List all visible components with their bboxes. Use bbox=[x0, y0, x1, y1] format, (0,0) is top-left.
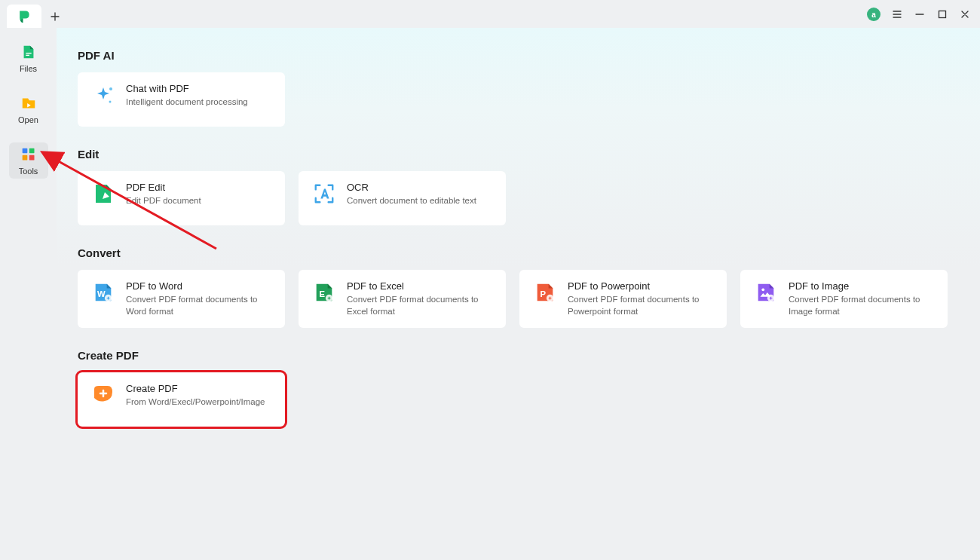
plus-icon bbox=[51, 12, 60, 21]
section-title: Convert bbox=[78, 246, 959, 259]
card-title: OCR bbox=[347, 182, 476, 193]
card-pdf-edit[interactable]: PDF Edit Edit PDF document bbox=[78, 171, 285, 225]
card-text: PDF Edit Edit PDF document bbox=[126, 182, 201, 207]
sidebar-item-open[interactable]: Open bbox=[9, 91, 48, 127]
cards-row: Chat with PDF Intelligent document proce… bbox=[78, 72, 959, 127]
minimize-button[interactable] bbox=[914, 8, 926, 20]
image-icon bbox=[754, 280, 778, 304]
cards-row: W PDF to Word Convert PDF format documen… bbox=[78, 270, 959, 328]
svg-rect-3 bbox=[22, 148, 27, 154]
cards-row: PDF Edit Edit PDF document OCR Convert d… bbox=[78, 171, 959, 225]
svg-rect-2 bbox=[26, 55, 29, 56]
close-button[interactable] bbox=[959, 8, 971, 20]
svg-point-15 bbox=[761, 288, 764, 291]
card-desc: Intelligent document processing bbox=[126, 96, 248, 108]
svg-point-8 bbox=[109, 101, 112, 103]
titlebar-right: a bbox=[867, 0, 980, 21]
maximize-icon bbox=[938, 10, 947, 19]
card-chat-with-pdf[interactable]: Chat with PDF Intelligent document proce… bbox=[78, 72, 285, 127]
card-title: Create PDF bbox=[126, 383, 265, 394]
card-pdf-to-powerpoint[interactable]: P PDF to Powerpoint Convert PDF format d… bbox=[519, 270, 727, 328]
app-logo-icon bbox=[17, 9, 32, 24]
svg-rect-4 bbox=[29, 148, 34, 154]
card-text: Chat with PDF Intelligent document proce… bbox=[126, 83, 248, 108]
close-icon bbox=[960, 10, 969, 19]
card-title: PDF to Word bbox=[126, 280, 271, 292]
card-text: PDF to Image Convert PDF format document… bbox=[789, 280, 934, 317]
card-text: PDF to Powerpoint Convert PDF format doc… bbox=[568, 280, 713, 317]
card-desc: Convert PDF format documents to Word for… bbox=[126, 293, 271, 317]
card-title: PDF to Excel bbox=[347, 280, 492, 292]
sidebar-item-label: Open bbox=[18, 115, 38, 124]
titlebar-left bbox=[0, 0, 63, 28]
svg-text:E: E bbox=[319, 289, 325, 298]
section-create-pdf: Create PDF Create PDF From Word/Execl/Po… bbox=[78, 349, 959, 427]
sidebar-item-label: Files bbox=[20, 64, 37, 73]
ai-sparkle-icon bbox=[91, 83, 115, 107]
section-edit: Edit PDF Edit Edit PDF document bbox=[78, 148, 959, 225]
card-title: PDF Edit bbox=[126, 182, 201, 193]
layout: Files Open Tools PDF AI bbox=[0, 28, 980, 560]
files-icon bbox=[20, 43, 38, 61]
svg-rect-5 bbox=[22, 155, 27, 161]
main-content: PDF AI Chat with PDF Intelligent documen… bbox=[57, 28, 980, 560]
pdf-edit-icon bbox=[91, 182, 115, 206]
create-pdf-icon bbox=[91, 383, 115, 407]
maximize-button[interactable] bbox=[936, 8, 948, 20]
new-tab-button[interactable] bbox=[47, 9, 63, 24]
section-title: Edit bbox=[78, 148, 959, 161]
menu-button[interactable] bbox=[891, 8, 903, 20]
sidebar: Files Open Tools bbox=[0, 28, 57, 560]
hamburger-icon bbox=[893, 10, 902, 19]
section-title: PDF AI bbox=[78, 49, 959, 62]
card-pdf-to-excel[interactable]: E PDF to Excel Convert PDF format docume… bbox=[299, 270, 506, 328]
svg-text:P: P bbox=[540, 289, 546, 298]
minimize-icon bbox=[915, 10, 924, 19]
card-text: OCR Convert document to editable text bbox=[347, 182, 476, 207]
avatar[interactable]: a bbox=[867, 8, 880, 21]
svg-point-7 bbox=[109, 87, 112, 90]
card-desc: Convert PDF format documents to Excel fo… bbox=[347, 293, 492, 317]
card-pdf-to-image[interactable]: PDF to Image Convert PDF format document… bbox=[740, 270, 948, 328]
tools-icon bbox=[20, 145, 38, 164]
card-title: Chat with PDF bbox=[126, 83, 248, 94]
card-create-pdf[interactable]: Create PDF From Word/Execl/Powerpoint/Im… bbox=[78, 372, 285, 427]
sidebar-item-files[interactable]: Files bbox=[9, 40, 48, 76]
titlebar: a bbox=[0, 0, 980, 28]
card-pdf-to-word[interactable]: W PDF to Word Convert PDF format documen… bbox=[78, 270, 285, 328]
svg-rect-1 bbox=[26, 53, 31, 54]
svg-text:W: W bbox=[97, 289, 106, 298]
card-title: PDF to Image bbox=[789, 280, 934, 292]
card-ocr[interactable]: OCR Convert document to editable text bbox=[299, 171, 506, 225]
excel-icon: E bbox=[312, 280, 336, 304]
card-title: PDF to Powerpoint bbox=[568, 280, 713, 292]
avatar-initial: a bbox=[871, 11, 876, 19]
card-desc: Convert PDF format documents to Powerpoi… bbox=[568, 293, 713, 317]
ocr-icon bbox=[312, 182, 336, 206]
sidebar-item-label: Tools bbox=[19, 167, 38, 176]
card-desc: Edit PDF document bbox=[126, 194, 201, 207]
section-pdf-ai: PDF AI Chat with PDF Intelligent documen… bbox=[78, 49, 959, 127]
app-logo-tab[interactable] bbox=[7, 5, 41, 28]
cards-row: Create PDF From Word/Execl/Powerpoint/Im… bbox=[78, 372, 959, 427]
card-text: PDF to Word Convert PDF format documents… bbox=[126, 280, 271, 317]
powerpoint-icon: P bbox=[533, 280, 557, 304]
section-convert: Convert W PDF to Word Convert PDF format… bbox=[78, 246, 959, 328]
sidebar-item-tools[interactable]: Tools bbox=[9, 142, 48, 179]
card-desc: From Word/Execl/Powerpoint/Image bbox=[126, 396, 265, 408]
word-icon: W bbox=[91, 280, 115, 304]
section-title: Create PDF bbox=[78, 349, 959, 362]
svg-rect-6 bbox=[29, 155, 34, 161]
card-text: PDF to Excel Convert PDF format document… bbox=[347, 280, 492, 317]
card-text: Create PDF From Word/Execl/Powerpoint/Im… bbox=[126, 383, 265, 408]
card-desc: Convert document to editable text bbox=[347, 194, 476, 207]
svg-rect-0 bbox=[939, 11, 946, 18]
card-desc: Convert PDF format documents to Image fo… bbox=[789, 293, 934, 317]
open-icon bbox=[20, 94, 38, 112]
